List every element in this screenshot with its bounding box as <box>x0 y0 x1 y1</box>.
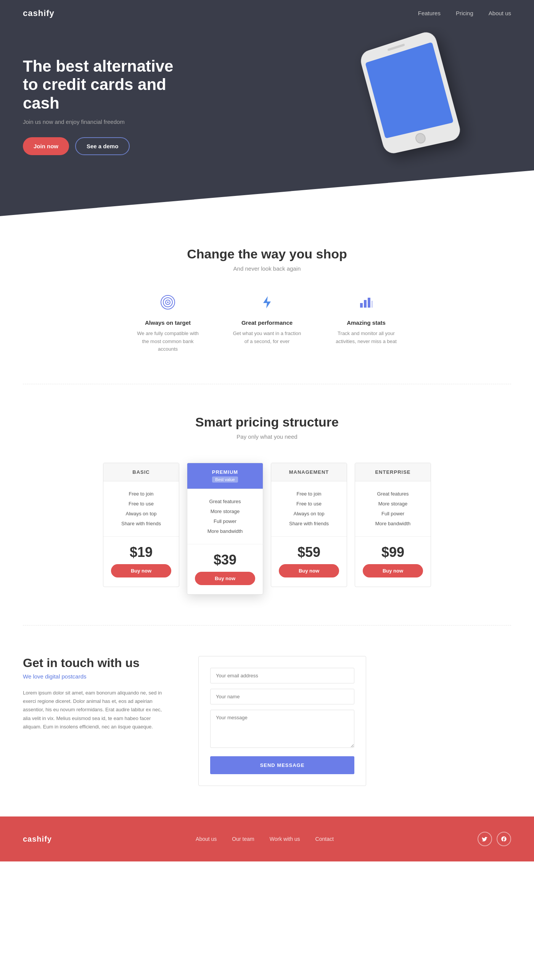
plan-basic-buy: Buy now <box>103 564 179 587</box>
footer-logo: cashify <box>23 835 52 844</box>
hero-section: The best alternative to credit cards and… <box>0 27 534 216</box>
plan-management-buy: Buy now <box>271 564 347 587</box>
stats-icon <box>332 295 400 313</box>
footer-social <box>478 832 511 846</box>
phone-body <box>359 29 463 155</box>
feature-stats-title: Amazing stats <box>332 319 400 326</box>
hero-phone-illustration <box>366 34 503 152</box>
feature-stats-desc: Track and monitor all your activities, n… <box>332 330 400 346</box>
footer-links: About us Our team Work with us Contact <box>196 836 334 842</box>
hero-subtitle: Join us now and enjoy financial freedom <box>23 119 183 125</box>
nav-logo: cashify <box>23 8 55 18</box>
plan-enterprise-buy: Buy now <box>355 564 431 587</box>
feature-performance-title: Great performance <box>233 319 301 326</box>
contact-tagline: We love digital postcards <box>23 673 168 680</box>
plan-enterprise-price: $99 <box>355 537 431 564</box>
plan-premium-name: PREMIUM <box>193 469 257 475</box>
footer-team[interactable]: Our team <box>232 836 254 842</box>
plan-premium-price: $39 <box>187 544 263 572</box>
nav-pricing[interactable]: Pricing <box>456 10 473 16</box>
plan-enterprise-name: ENTERPRISE <box>361 469 425 475</box>
plan-premium-header: PREMIUM Best value <box>187 463 263 489</box>
plan-basic-features: Free to join Free to use Always on top S… <box>103 481 179 537</box>
plan-management-features: Free to join Free to use Always on top S… <box>271 481 347 537</box>
svg-marker-4 <box>263 296 271 308</box>
plan-management-header: MANAGEMENT <box>271 463 347 481</box>
plan-basic-header: BASIC <box>103 463 179 481</box>
footer-about[interactable]: About us <box>196 836 217 842</box>
svg-rect-7 <box>368 298 370 308</box>
features-section: Change the way you shop And never look b… <box>0 216 534 384</box>
navbar: cashify Features Pricing About us <box>0 0 534 27</box>
contact-title: Get in touch with us <box>23 656 168 670</box>
plan-enterprise-header: ENTERPRISE <box>355 463 431 481</box>
contact-desc: Lorem ipsum dolor sit amet, eam bonorum … <box>23 689 168 731</box>
feature-target-title: Always on target <box>134 319 202 326</box>
nav-features[interactable]: Features <box>418 10 441 16</box>
join-now-button[interactable]: Join now <box>23 137 69 155</box>
hero-content: The best alternative to credit cards and… <box>23 57 183 155</box>
phone-wrap <box>359 27 503 162</box>
pricing-cards: BASIC Free to join Free to use Always on… <box>23 463 511 595</box>
feature-stats: Amazing stats Track and monitor all your… <box>332 295 400 353</box>
plan-premium-badge: Best value <box>212 476 238 483</box>
plan-basic-price: $19 <box>103 537 179 564</box>
nav-about[interactable]: About us <box>489 10 511 16</box>
footer: cashify About us Our team Work with us C… <box>0 816 534 861</box>
nav-links: Features Pricing About us <box>418 10 511 17</box>
plan-management: MANAGEMENT Free to join Free to use Alwa… <box>271 463 347 587</box>
plan-management-price: $59 <box>271 537 347 564</box>
feature-target: Always on target We are fully compatible… <box>134 295 202 353</box>
bolt-icon <box>233 295 301 313</box>
send-message-button[interactable]: SEND MESSAGE <box>210 756 354 774</box>
svg-rect-6 <box>364 300 367 308</box>
plan-enterprise-features: Great features More storage Full power M… <box>355 481 431 537</box>
svg-rect-5 <box>360 303 363 308</box>
phone-speaker <box>388 43 405 51</box>
contact-left: Get in touch with us We love digital pos… <box>23 656 168 731</box>
phone-screen <box>365 42 454 138</box>
features-subtitle: And never look back again <box>23 265 511 272</box>
basic-buy-button[interactable]: Buy now <box>111 564 171 577</box>
features-title: Change the way you shop <box>23 247 511 261</box>
plan-management-name: MANAGEMENT <box>277 469 341 475</box>
message-textarea[interactable] <box>210 710 354 748</box>
twitter-icon[interactable] <box>478 832 492 846</box>
plan-basic: BASIC Free to join Free to use Always on… <box>103 463 179 587</box>
facebook-icon[interactable] <box>497 832 511 846</box>
pricing-title: Smart pricing structure <box>23 415 511 430</box>
name-input[interactable] <box>210 689 354 704</box>
email-input[interactable] <box>210 668 354 683</box>
features-grid: Always on target We are fully compatible… <box>23 295 511 353</box>
feature-target-desc: We are fully compatible with the most co… <box>134 330 202 353</box>
footer-work[interactable]: Work with us <box>270 836 300 842</box>
plan-basic-name: BASIC <box>109 469 173 475</box>
contact-section: Get in touch with us We love digital pos… <box>0 626 534 816</box>
feature-performance: Great performance Get what you want in a… <box>233 295 301 353</box>
premium-buy-button[interactable]: Buy now <box>195 572 255 585</box>
plan-enterprise: ENTERPRISE Great features More storage F… <box>355 463 431 587</box>
footer-contact[interactable]: Contact <box>315 836 334 842</box>
svg-point-3 <box>167 302 169 303</box>
plan-premium-buy: Buy now <box>187 572 263 594</box>
see-demo-button[interactable]: See a demo <box>75 137 130 155</box>
hero-title: The best alternative to credit cards and… <box>23 57 183 112</box>
contact-form: SEND MESSAGE <box>198 656 366 786</box>
svg-rect-8 <box>372 301 373 308</box>
plan-premium-features: Great features More storage Full power M… <box>187 489 263 544</box>
pricing-section: Smart pricing structure Pay only what yo… <box>0 384 534 625</box>
management-buy-button[interactable]: Buy now <box>279 564 339 577</box>
feature-performance-desc: Get what you want in a fraction of a sec… <box>233 330 301 346</box>
enterprise-buy-button[interactable]: Buy now <box>363 564 423 577</box>
plan-premium: PREMIUM Best value Great features More s… <box>187 463 263 595</box>
target-icon <box>134 295 202 313</box>
hero-buttons: Join now See a demo <box>23 137 183 155</box>
phone-home-button <box>414 132 427 144</box>
pricing-subtitle: Pay only what you need <box>23 433 511 440</box>
